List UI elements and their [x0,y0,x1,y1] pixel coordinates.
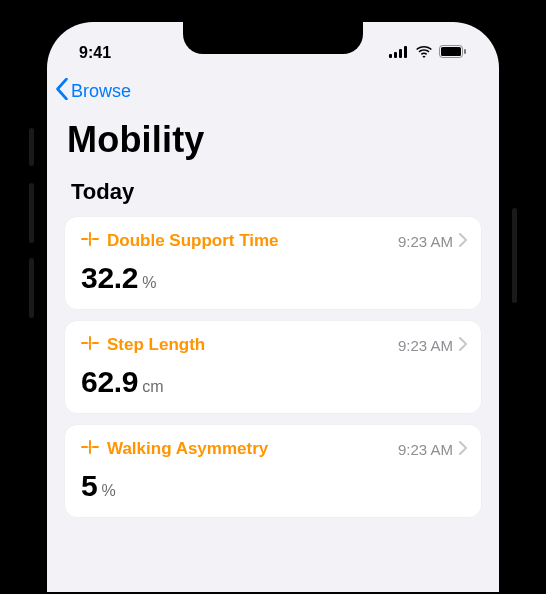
card-header: Double Support Time 9:23 AM [81,231,467,251]
svg-rect-2 [399,49,402,58]
card-step-length[interactable]: Step Length 9:23 AM 62.9 cm [65,321,481,413]
battery-icon [439,44,467,62]
card-label: Double Support Time [107,231,279,251]
phone-frame: 9:41 Browse Mobility To [33,8,513,594]
mobility-icon [81,231,99,251]
power-button [512,208,517,303]
svg-point-8 [89,342,92,345]
card-unit: % [142,274,156,292]
card-title-row: Walking Asymmetry [81,439,268,459]
card-value-row: 32.2 % [81,251,467,295]
volume-down-button [29,258,34,318]
mobility-icon [81,439,99,459]
page-title: Mobility [47,113,499,175]
card-value: 5 [81,469,97,503]
mute-switch [29,128,34,166]
svg-rect-6 [464,49,466,54]
card-list: Double Support Time 9:23 AM 32.2 % [47,217,499,517]
card-unit: cm [142,378,163,396]
card-title-row: Double Support Time [81,231,279,251]
card-meta: 9:23 AM [398,441,467,458]
card-value: 62.9 [81,365,138,399]
svg-rect-5 [441,47,461,56]
svg-point-9 [89,446,92,449]
card-time: 9:23 AM [398,441,453,458]
card-value-row: 62.9 cm [81,355,467,399]
svg-rect-0 [389,54,392,58]
screen: 9:41 Browse Mobility To [47,22,499,592]
chevron-left-icon [55,78,69,105]
status-icons [389,44,467,62]
chevron-right-icon [459,441,467,458]
card-header: Walking Asymmetry 9:23 AM [81,439,467,459]
card-walking-asymmetry[interactable]: Walking Asymmetry 9:23 AM 5 % [65,425,481,517]
card-header: Step Length 9:23 AM [81,335,467,355]
card-label: Step Length [107,335,205,355]
svg-point-7 [89,238,92,241]
svg-rect-3 [404,46,407,58]
notch [183,22,363,54]
svg-rect-1 [394,52,397,58]
card-double-support-time[interactable]: Double Support Time 9:23 AM 32.2 % [65,217,481,309]
card-meta: 9:23 AM [398,233,467,250]
card-unit: % [101,482,115,500]
chevron-right-icon [459,337,467,354]
section-label: Today [47,175,499,217]
cellular-icon [389,44,409,62]
card-label: Walking Asymmetry [107,439,268,459]
wifi-icon [415,44,433,62]
chevron-right-icon [459,233,467,250]
back-label: Browse [71,81,131,102]
card-time: 9:23 AM [398,337,453,354]
card-value-row: 5 % [81,459,467,503]
nav-bar: Browse [47,70,499,113]
clock: 9:41 [79,44,111,62]
card-title-row: Step Length [81,335,205,355]
back-button[interactable]: Browse [55,78,131,105]
mobility-icon [81,335,99,355]
card-value: 32.2 [81,261,138,295]
volume-up-button [29,183,34,243]
card-time: 9:23 AM [398,233,453,250]
card-meta: 9:23 AM [398,337,467,354]
